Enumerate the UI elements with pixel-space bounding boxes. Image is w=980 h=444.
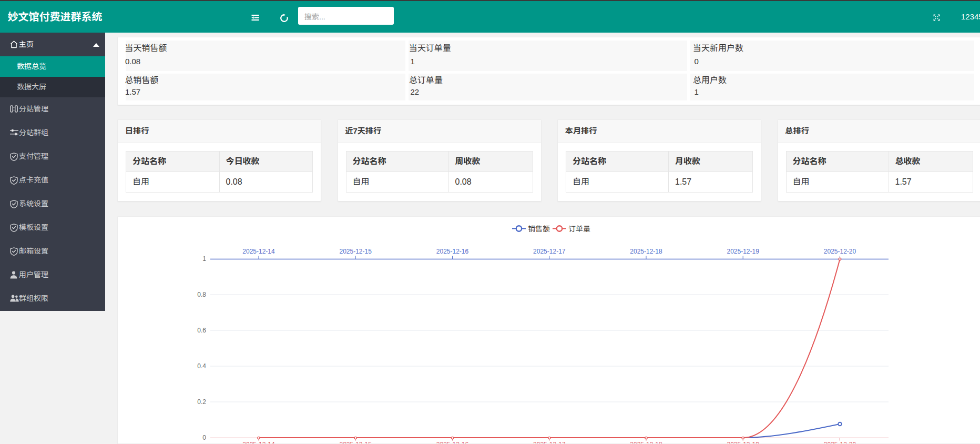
svg-text:2025-12-15: 2025-12-15 <box>340 248 372 255</box>
svg-text:2025-12-20: 2025-12-20 <box>824 441 856 443</box>
svg-text:2025-12-16: 2025-12-16 <box>436 248 469 255</box>
svg-text:2025-12-14: 2025-12-14 <box>242 248 275 255</box>
svg-text:0.2: 0.2 <box>197 398 206 406</box>
svg-text:2025-12-20: 2025-12-20 <box>824 248 856 255</box>
svg-text:0.6: 0.6 <box>197 327 206 334</box>
svg-text:0: 0 <box>202 434 206 441</box>
svg-text:2025-12-18: 2025-12-18 <box>630 441 662 443</box>
svg-text:0.8: 0.8 <box>197 291 206 298</box>
svg-text:2025-12-19: 2025-12-19 <box>727 248 760 255</box>
svg-text:2025-12-16: 2025-12-16 <box>436 441 469 443</box>
svg-text:2025-12-18: 2025-12-18 <box>630 248 662 255</box>
svg-text:2025-12-19: 2025-12-19 <box>727 441 760 443</box>
svg-text:1: 1 <box>202 255 206 263</box>
svg-text:2025-12-15: 2025-12-15 <box>340 441 372 443</box>
svg-text:订单量: 订单量 <box>568 225 590 233</box>
svg-text:销售额: 销售额 <box>528 225 550 233</box>
svg-text:0.4: 0.4 <box>197 362 206 370</box>
svg-text:2025-12-17: 2025-12-17 <box>533 248 566 255</box>
svg-text:2025-12-17: 2025-12-17 <box>533 441 566 443</box>
svg-text:2025-12-14: 2025-12-14 <box>242 441 275 443</box>
